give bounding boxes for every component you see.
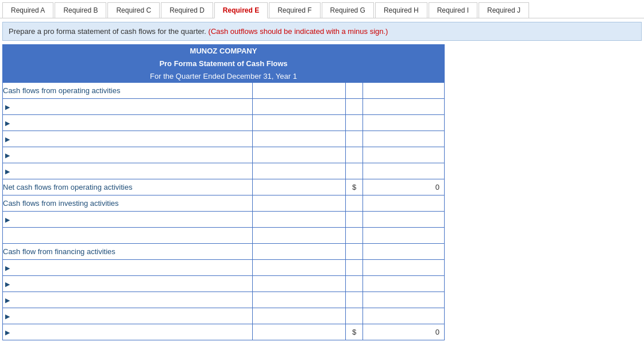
inv-val-input-1[interactable] (363, 212, 444, 227)
financing-input-row-2: ▶ (3, 276, 445, 292)
op-val-input-5[interactable] (363, 164, 444, 179)
operating-section-label: Cash flows from operating activities (3, 83, 253, 99)
fin-input-0[interactable] (253, 244, 345, 259)
op-input-cell-2[interactable] (253, 115, 346, 131)
op-dollar-3 (345, 131, 363, 147)
inv-input-0[interactable] (253, 196, 345, 211)
inv-input-1[interactable] (253, 212, 345, 227)
op-val-4[interactable] (363, 147, 445, 163)
op-val-input-3[interactable] (363, 132, 444, 147)
tab-required-c[interactable]: Required C (107, 2, 160, 18)
inv-val-1[interactable] (363, 212, 445, 228)
tab-required-h[interactable]: Required H (375, 2, 427, 18)
net-total-dollar: $ (345, 324, 363, 340)
op-input-cell-1[interactable] (253, 99, 346, 115)
fin-input-cell-0[interactable] (253, 244, 346, 260)
fin-arrow-1: ▶ (5, 264, 10, 271)
op-label-5: ▶ (3, 163, 253, 179)
op-input-cell-3[interactable] (253, 131, 346, 147)
fin-label-4: ▶ (3, 308, 253, 324)
inv-val-0[interactable] (363, 195, 445, 212)
op-input-1[interactable] (253, 99, 345, 114)
op-input-4[interactable] (253, 148, 345, 163)
fin-val-input-2[interactable] (363, 277, 444, 292)
fin-input-cell-2[interactable] (253, 276, 346, 292)
op-input-cell-4[interactable] (253, 147, 346, 163)
fin-val-input-1[interactable] (363, 260, 444, 275)
fin-val-input-3[interactable] (363, 293, 444, 308)
company-name: MUNOZ COMPANY (3, 45, 445, 57)
tab-required-j[interactable]: Required J (479, 2, 529, 18)
operating-input-row-2: ▶ (3, 115, 445, 131)
fin-label-2: ▶ (3, 276, 253, 292)
fin-arrow-3: ▶ (5, 296, 10, 304)
sep-input-cell (253, 228, 346, 244)
sep-dollar (345, 228, 363, 244)
fin-arrow-2: ▶ (5, 280, 10, 287)
net-total-value: 0 (363, 324, 445, 340)
tab-required-a[interactable]: Required A (2, 2, 53, 18)
instructions-red: (Cash outflows should be indicated with … (209, 27, 388, 36)
op-val-5[interactable] (363, 163, 445, 179)
op-input-5[interactable] (253, 164, 345, 179)
fin-label-3: ▶ (3, 292, 253, 308)
fin-input-4[interactable] (253, 309, 345, 324)
tab-required-i[interactable]: Required I (429, 2, 477, 18)
fin-input-cell-3[interactable] (253, 292, 346, 308)
operating-value-input-1[interactable] (363, 83, 444, 98)
net-total-input-cell[interactable] (253, 324, 346, 340)
net-op-value: 0 (363, 179, 445, 195)
sep-label (3, 228, 253, 244)
op-val-input-2[interactable] (363, 116, 444, 131)
fin-input-cell-1[interactable] (253, 260, 346, 276)
op-dollar-2 (345, 115, 363, 131)
tab-required-e[interactable]: Required E (214, 2, 268, 18)
fin-input-2[interactable] (253, 277, 345, 292)
inv-input-cell-0[interactable] (253, 195, 346, 212)
op-dollar-5 (345, 163, 363, 179)
content-area: MUNOZ COMPANY Pro Forma Statement of Cas… (2, 44, 642, 340)
operating-input-row-3: ▶ (3, 131, 445, 147)
fin-val-0[interactable] (363, 244, 445, 260)
op-val-2[interactable] (363, 115, 445, 131)
investing-section-label: Cash flows from investing activities (3, 195, 253, 212)
fin-input-1[interactable] (253, 260, 345, 275)
net-total-input[interactable] (253, 325, 345, 340)
op-val-1[interactable] (363, 99, 445, 115)
tab-required-b[interactable]: Required B (55, 2, 106, 18)
op-label-1: ▶ (3, 99, 253, 115)
operating-input-col1[interactable] (253, 83, 346, 99)
tab-required-f[interactable]: Required F (269, 2, 320, 18)
net-operating-row: Net cash flows from operating activities… (3, 179, 445, 195)
fin-val-input-4[interactable] (363, 309, 444, 324)
inv-val-input-0[interactable] (363, 196, 444, 211)
fin-val-2[interactable] (363, 276, 445, 292)
net-op-input-cell[interactable] (253, 179, 346, 195)
op-val-input-4[interactable] (363, 148, 444, 163)
op-input-2[interactable] (253, 116, 345, 131)
net-op-input[interactable] (253, 180, 345, 195)
tab-required-g[interactable]: Required G (322, 2, 374, 18)
fin-arrow-4: ▶ (5, 312, 10, 320)
fin-val-input-0[interactable] (363, 244, 444, 259)
tab-required-d[interactable]: Required D (161, 2, 213, 18)
fin-val-3[interactable] (363, 292, 445, 308)
fin-val-4[interactable] (363, 308, 445, 324)
arrow-3: ▶ (5, 135, 10, 143)
fin-val-1[interactable] (363, 260, 445, 276)
op-input-cell-5[interactable] (253, 163, 346, 179)
financing-section-label: Cash flow from financing activities (3, 244, 253, 260)
financing-input-row-4: ▶ (3, 308, 445, 324)
investing-label-row: Cash flows from investing activities (3, 195, 445, 212)
operating-input-1[interactable] (253, 83, 345, 98)
operating-value-1[interactable] (363, 83, 445, 99)
fin-input-3[interactable] (253, 293, 345, 308)
op-label-3: ▶ (3, 131, 253, 147)
inv-input-cell-1[interactable] (253, 212, 346, 228)
investing-input-row-1: ▶ (3, 212, 445, 228)
op-input-3[interactable] (253, 132, 345, 147)
company-name-row: MUNOZ COMPANY (3, 45, 445, 57)
op-val-input-1[interactable] (363, 99, 444, 114)
op-val-3[interactable] (363, 131, 445, 147)
fin-input-cell-4[interactable] (253, 308, 346, 324)
